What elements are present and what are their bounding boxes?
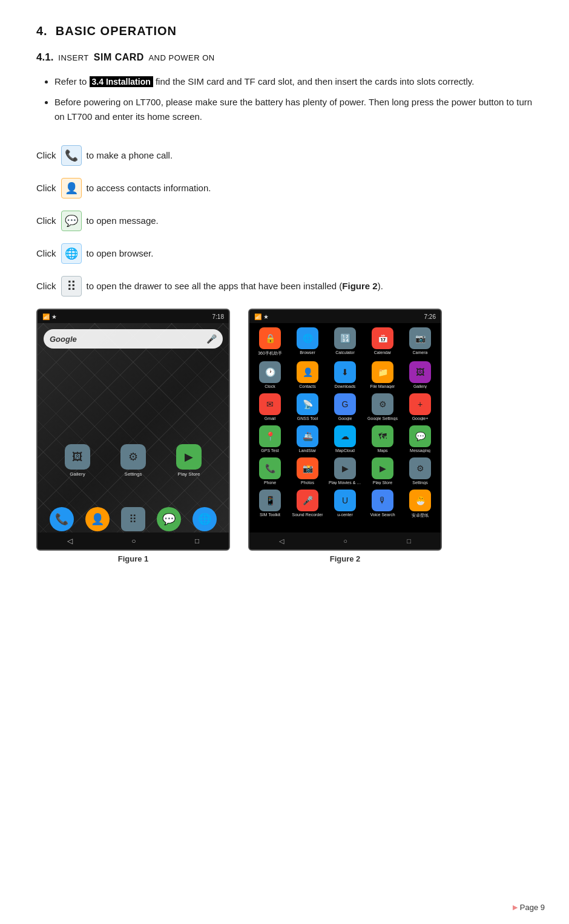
app-label-sm: Phone	[264, 480, 276, 485]
app-label-sm: 360手机助手	[258, 350, 282, 356]
app-cell: 🌐 Browser	[289, 326, 326, 358]
app-label-sm: Play Movies & TV	[329, 480, 361, 485]
app-icon-sm: 🚢	[297, 425, 318, 447]
gallery-label: Gallery	[70, 471, 85, 477]
app-cell: 🐣 安卓壁纸	[402, 488, 438, 520]
subsection-label: Insert SIM Card and power on	[58, 52, 214, 63]
app-icon-sm: ▶	[372, 457, 393, 479]
app-icon-sm: 👤	[297, 361, 318, 383]
nav-recent: □	[195, 537, 199, 545]
drawer-icon: ⠿	[61, 276, 82, 297]
app-icon-sm: 📷	[409, 327, 431, 349]
google-logo: Google	[50, 335, 77, 344]
app-cell: 📅 Calendar	[364, 326, 401, 358]
figure2-icons-left: 📶 ★	[254, 313, 269, 320]
app-label-sm: Camera	[413, 350, 428, 355]
app-cell: 🔒 360手机助手	[252, 326, 288, 358]
figure2-bg: 🔒 360手机助手 🌐 Browser 🔢 Calculator 📅 Calen…	[249, 323, 441, 532]
click-row-message: Click 💬 to open message.	[36, 211, 533, 231]
app-label-sm: Play Store	[373, 480, 392, 485]
app-cell: ⚙ Settings	[402, 456, 438, 487]
app-label-sm: SIM Toolkit	[260, 513, 280, 517]
app-cell: 🖼 Gallery	[402, 359, 438, 390]
click-row-browser: Click 🌐 to open browser.	[36, 243, 533, 264]
app-cell: G Google	[327, 392, 363, 422]
app-cell: 📷 Camera	[402, 326, 438, 358]
app-label-sm: Sound Recorder	[292, 513, 323, 517]
app-label-sm: u-center	[337, 513, 353, 517]
click-word-2: Click	[36, 182, 56, 195]
app-icon-sm: ✉	[259, 393, 281, 415]
section-title-text: Basic Operation	[56, 24, 177, 38]
figure1-screen: Google 🎤 🖼 Gallery ⚙ Settings	[38, 323, 229, 549]
settings-icon: ⚙	[120, 444, 146, 470]
figure1-mockup: 📶 ★ 7:18 Google 🎤 🖼 Gallery	[36, 309, 230, 551]
subsection-heading: 4.1. Insert SIM Card and power on	[36, 51, 533, 64]
app-icon-sm: 🌐	[297, 327, 318, 349]
app-cell: 🎤 Sound Recorder	[289, 488, 326, 520]
figure1-status-bar: 📶 ★ 7:18	[38, 310, 229, 323]
app-icon-sm: 📱	[259, 490, 281, 511]
app-icon-sm: 📍	[259, 425, 281, 447]
figure2-status-bar: 📶 ★ 7:26	[249, 310, 441, 323]
app-icon-sm: 🔢	[334, 327, 356, 349]
app-cell: 🔢 Calculator	[327, 326, 363, 358]
section-number: 4.	[36, 24, 48, 38]
click-word-5: Click	[36, 280, 56, 293]
app-icon-sm: 🎤	[297, 490, 318, 511]
app-label-sm: GPS Test	[261, 448, 278, 453]
click-desc-5: to open the drawer to see all the apps t…	[87, 280, 383, 293]
app-cell: 📁 File Manager	[364, 359, 401, 390]
click-desc-3: to open message.	[87, 214, 159, 228]
click-word-3: Click	[36, 214, 56, 228]
app-label-sm: Gmail	[265, 416, 275, 421]
figure2-bold: Figure 2	[342, 281, 377, 291]
figure1-caption: Figure 1	[118, 554, 149, 563]
dock-phone: 📞	[50, 507, 74, 531]
click-desc-2: to access contacts information.	[87, 182, 211, 195]
app-label-sm: Messaging	[410, 448, 430, 453]
browser-icon: 🌐	[61, 243, 82, 264]
app-cell: 💬 Messaging	[402, 424, 438, 454]
search-bar: Google 🎤	[44, 329, 223, 349]
app-cell: 📞 Phone	[252, 456, 288, 487]
figure1-icons-left: 📶 ★	[42, 313, 57, 320]
app-icon-sm: 📡	[297, 393, 318, 415]
contacts-icon: 👤	[61, 178, 82, 198]
subsection-number: 4.1.	[36, 51, 53, 64]
app-label-sm: Google	[338, 416, 352, 421]
click-rows-container: Click 📞 to make a phone call. Click 👤 to…	[36, 145, 533, 297]
figures-row: 📶 ★ 7:18 Google 🎤 🖼 Gallery	[36, 309, 533, 563]
apps-grid: 🔒 360手机助手 🌐 Browser 🔢 Calculator 📅 Calen…	[249, 323, 441, 523]
app-label-sm: Google Settings	[367, 416, 398, 421]
app-cell: ▶ Play Store	[364, 456, 401, 487]
page-footer: ▶ Page 9	[513, 903, 545, 912]
app-cell: ⬇ Downloads	[327, 359, 363, 390]
figure1-container: 📶 ★ 7:18 Google 🎤 🖼 Gallery	[36, 309, 230, 563]
app-icon-sm: +	[409, 393, 431, 415]
bullet1-before: Refer to	[54, 76, 90, 87]
dock-drawer: ⠿	[121, 507, 145, 531]
app-icon-sm: ☁	[334, 425, 356, 447]
app-cell: ⚙ Google Settings	[364, 392, 401, 422]
app-label-sm: File Manager	[370, 384, 395, 388]
bottom-dock: 📞 👤 ⠿ 💬 🌐	[38, 507, 229, 531]
app-label-sm: MapCloud	[335, 448, 355, 453]
app-label-sm: LandStar	[299, 448, 316, 453]
page-number: Page 9	[520, 903, 545, 912]
settings-label: Settings	[125, 471, 142, 477]
figure1-nav-bar: ◁ ○ □	[38, 532, 229, 549]
bullet-list: Refer to 3.4 Installation find the SIM c…	[54, 74, 533, 124]
app-icon-sm: 🎙	[372, 490, 393, 511]
dock-contacts: 👤	[85, 507, 110, 531]
app-icon-sm: 🖼	[409, 361, 431, 383]
app-label-sm: Photos	[301, 480, 314, 485]
app-cell: 📍 GPS Test	[252, 424, 288, 454]
figure2-container: 📶 ★ 7:26 🔒 360手机助手 🌐 Browser 🔢 Calculato…	[248, 309, 442, 563]
app-cell: 🗺 Maps	[364, 424, 401, 454]
click-word-4: Click	[36, 247, 56, 261]
app-cell: 🚢 LandStar	[289, 424, 326, 454]
dock-message: 💬	[157, 507, 181, 531]
app-icon-sm: 📸	[297, 457, 318, 479]
click-row-drawer: Click ⠿ to open the drawer to see all th…	[36, 276, 533, 297]
